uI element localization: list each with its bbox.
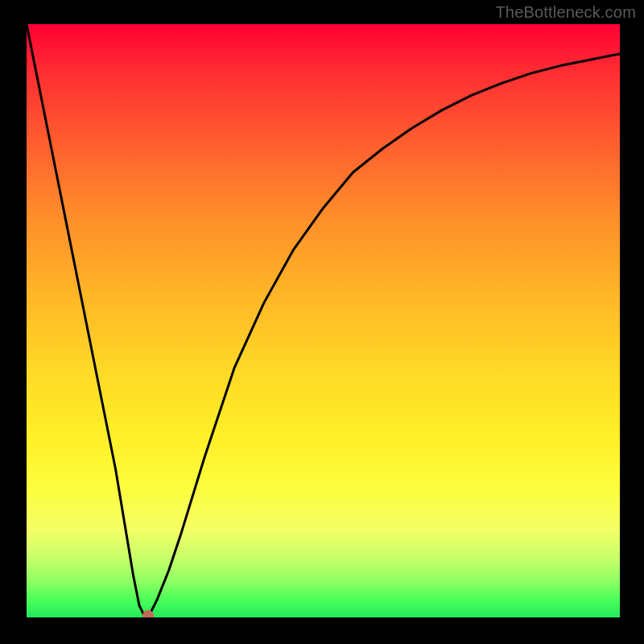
watermark-text: TheBottleneck.com: [495, 3, 636, 22]
chart-frame: TheBottleneck.com: [0, 0, 644, 644]
plot-area: [27, 24, 620, 617]
bottleneck-curve-path: [27, 24, 620, 617]
chart-surface: [27, 24, 620, 617]
